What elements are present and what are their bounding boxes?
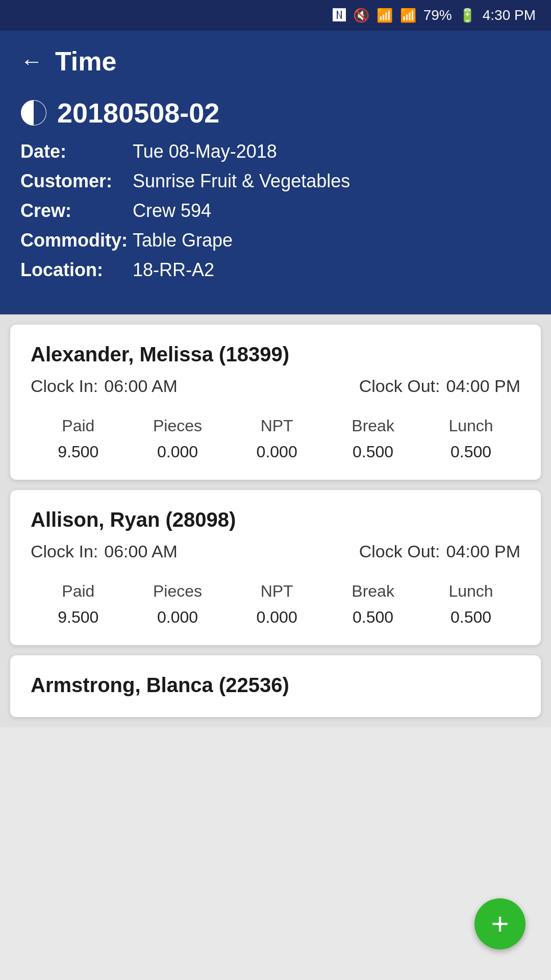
date-value: Tue 08-May-2018: [133, 141, 277, 162]
time-text: 4:30 PM: [483, 7, 536, 23]
employee-name-1: Allison, Ryan (28098): [31, 508, 520, 531]
clock-in-1: Clock In: 06:00 AM: [31, 542, 178, 561]
commodity-value: Table Grape: [133, 230, 233, 251]
pieces-header-1: Pieces: [153, 582, 202, 601]
employee-name-0: Alexander, Melissa (18399): [31, 343, 520, 366]
record-icon: [20, 100, 47, 126]
lunch-col-1: Lunch 0.500: [448, 582, 493, 627]
battery-text: 79%: [423, 7, 452, 23]
paid-col-1: Paid 9.500: [58, 582, 98, 627]
pieces-col-0: Pieces 0.000: [153, 416, 202, 461]
status-bar: 🅽 🔇 📶 📶 79% 🔋 4:30 PM: [0, 0, 551, 31]
lunch-value-0: 0.500: [450, 443, 491, 461]
break-value-0: 0.500: [353, 443, 393, 461]
npt-value-0: 0.000: [257, 443, 297, 461]
clock-out-0: Clock Out: 04:00 PM: [359, 376, 520, 396]
wifi-icon: 📶: [377, 8, 393, 23]
record-id-row: 20180508-02: [20, 97, 531, 129]
mute-icon: 🔇: [353, 8, 369, 23]
commodity-row: Commodity: Table Grape: [20, 230, 531, 251]
location-value: 18-RR-A2: [133, 259, 214, 281]
break-header-0: Break: [352, 416, 394, 435]
record-id: 20180508-02: [57, 97, 219, 129]
date-label: Date:: [20, 141, 133, 162]
location-row: Location: 18-RR-A2: [20, 259, 531, 281]
battery-icon: 🔋: [459, 8, 475, 23]
hours-grid-0: Paid 9.500 Pieces 0.000 NPT 0.000 Break …: [31, 416, 520, 461]
clock-out-value-0: 04:00 PM: [446, 376, 520, 396]
pieces-col-1: Pieces 0.000: [153, 582, 202, 627]
crew-row: Crew: Crew 594: [20, 200, 531, 222]
pieces-value-1: 0.000: [157, 608, 198, 627]
clock-in-label-1: Clock In:: [31, 542, 98, 561]
npt-value-1: 0.000: [257, 608, 297, 627]
plus-icon: +: [491, 909, 509, 939]
content-area: Alexander, Melissa (18399) Clock In: 06:…: [0, 314, 551, 727]
nav-bar: ← Time: [20, 46, 531, 77]
break-header-1: Break: [352, 582, 394, 601]
nfc-icon: 🅽: [333, 8, 346, 23]
page-title: Time: [55, 46, 116, 77]
break-col-1: Break 0.500: [352, 582, 394, 627]
paid-value-1: 9.500: [58, 608, 98, 627]
employee-card-2[interactable]: Armstrong, Blanca (22536): [10, 655, 541, 717]
paid-header-1: Paid: [62, 582, 94, 601]
clock-in-label-0: Clock In:: [31, 376, 98, 396]
lunch-value-1: 0.500: [450, 608, 491, 627]
add-button[interactable]: +: [474, 898, 525, 949]
header: ← Time 20180508-02 Date: Tue 08-May-2018…: [0, 31, 551, 314]
customer-value: Sunrise Fruit & Vegetables: [133, 170, 350, 192]
signal-icon: 📶: [400, 8, 416, 23]
location-label: Location:: [20, 259, 133, 281]
commodity-label: Commodity:: [20, 230, 133, 251]
status-icons: 🅽 🔇 📶 📶 79% 🔋 4:30 PM: [333, 7, 536, 23]
employee-name-2: Armstrong, Blanca (22536): [31, 674, 520, 697]
clock-out-label-0: Clock Out:: [359, 376, 440, 396]
clock-out-value-1: 04:00 PM: [446, 542, 520, 561]
clock-row-1: Clock In: 06:00 AM Clock Out: 04:00 PM: [31, 542, 520, 561]
lunch-col-0: Lunch 0.500: [448, 416, 493, 461]
clock-out-1: Clock Out: 04:00 PM: [359, 542, 520, 561]
employee-card-1[interactable]: Allison, Ryan (28098) Clock In: 06:00 AM…: [10, 490, 541, 645]
employee-card-0[interactable]: Alexander, Melissa (18399) Clock In: 06:…: [10, 325, 541, 480]
clock-in-value-1: 06:00 AM: [104, 542, 178, 561]
npt-header-1: NPT: [261, 582, 293, 601]
lunch-header-0: Lunch: [448, 416, 493, 435]
paid-col-0: Paid 9.500: [58, 416, 98, 461]
pieces-value-0: 0.000: [157, 443, 198, 461]
back-button[interactable]: ←: [20, 48, 43, 74]
npt-header-0: NPT: [261, 416, 293, 435]
hours-grid-1: Paid 9.500 Pieces 0.000 NPT 0.000 Break …: [31, 582, 520, 627]
lunch-header-1: Lunch: [448, 582, 493, 601]
paid-header-0: Paid: [62, 416, 94, 435]
npt-col-1: NPT 0.000: [257, 582, 297, 627]
pieces-header-0: Pieces: [153, 416, 202, 435]
customer-row: Customer: Sunrise Fruit & Vegetables: [20, 170, 531, 192]
crew-label: Crew:: [20, 200, 133, 222]
paid-value-0: 9.500: [58, 443, 98, 461]
clock-in-0: Clock In: 06:00 AM: [31, 376, 178, 396]
date-row: Date: Tue 08-May-2018: [20, 141, 531, 162]
break-col-0: Break 0.500: [352, 416, 394, 461]
clock-out-label-1: Clock Out:: [359, 542, 440, 561]
break-value-1: 0.500: [353, 608, 393, 627]
npt-col-0: NPT 0.000: [257, 416, 297, 461]
crew-value: Crew 594: [133, 200, 211, 222]
clock-row-0: Clock In: 06:00 AM Clock Out: 04:00 PM: [31, 376, 520, 396]
clock-in-value-0: 06:00 AM: [104, 376, 178, 396]
customer-label: Customer:: [20, 170, 133, 192]
